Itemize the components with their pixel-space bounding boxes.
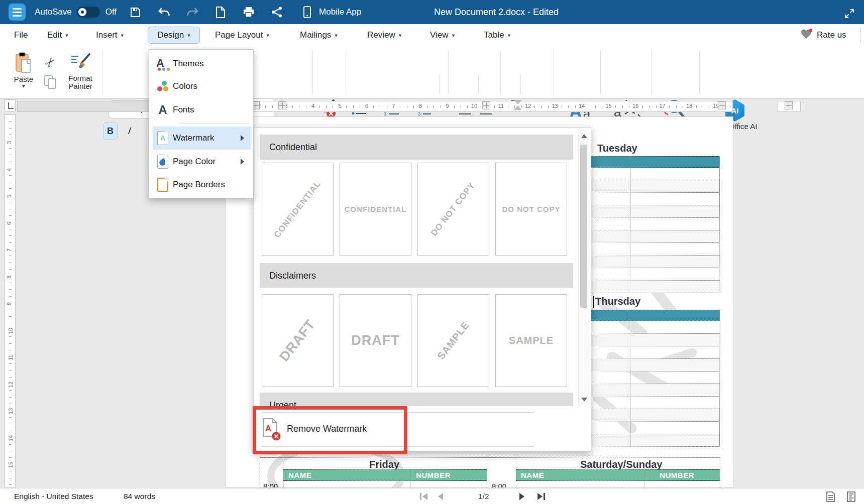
tab-stop-marker[interactable] [718,101,726,109]
menu-item-fonts[interactable]: A Fonts [153,99,251,121]
ruler-number: 10 [470,103,478,109]
watermark-tile-sample-horizontal[interactable]: SAMPLE [495,294,567,387]
tab-selector[interactable] [5,99,16,111]
tab-stop-marker[interactable] [482,101,490,109]
menu-insert[interactable]: Insert▾ [96,24,124,46]
share-icon[interactable] [269,5,284,20]
save-icon[interactable] [128,5,143,20]
table-gridline [487,457,487,488]
page-color-icon [153,155,173,169]
new-document-icon[interactable] [213,5,228,20]
copy-icon[interactable] [44,75,57,91]
day-heading-tuesday: Tuesday [597,143,637,154]
mobile-app-label[interactable]: Mobile App [319,7,361,17]
scroll-down-icon[interactable] [581,398,587,402]
gallery-section-header: Disclaimers [260,263,573,288]
annotation-highlight-box [253,406,407,454]
gallery-scrollbar[interactable] [578,130,589,406]
watermark-gallery-panel: Confidential CONFIDENTIAL CONFIDENTIAL D… [254,127,591,452]
divider [179,123,250,124]
fonts-icon: A [153,103,173,117]
submenu-arrow-icon [241,159,244,165]
horizontal-ruler: 12345678910111213141516171819 [17,101,733,112]
tab-stop-marker[interactable] [785,101,793,109]
watermark-tile-do-not-copy-diagonal[interactable]: DO NOT COPY [417,163,489,256]
print-icon[interactable] [241,5,256,20]
italic-button[interactable]: I [122,122,137,140]
menu-review[interactable]: Review▾ [367,24,401,46]
chevron-down-icon: ▾ [335,33,338,38]
divider [860,27,860,43]
menu-view[interactable]: View▾ [430,24,455,46]
rate-us-button[interactable]: Rate us [801,24,846,46]
tab-stop-marker[interactable] [278,101,286,109]
first-page-button[interactable] [420,493,427,500]
ruler-number: 5 [337,103,342,109]
next-page-button[interactable] [519,493,524,500]
page-view-icon[interactable] [826,491,835,504]
menu-item-page-borders[interactable]: Page Borders [153,174,251,196]
redo-icon[interactable] [185,5,200,20]
submenu-arrow-icon [241,135,244,141]
cut-icon[interactable]: ✂ [42,54,59,70]
scroll-up-icon[interactable] [581,134,587,138]
watermark-tile-do-not-copy-horizontal[interactable]: DO NOT COPY [495,163,567,256]
ruler-number: 13 [8,407,14,415]
chevron-down-icon: ▾ [266,33,269,38]
menu-item-themes[interactable]: A Themes [153,53,251,75]
watermark-tile-sample-diagonal[interactable]: SAMPLE [417,294,489,387]
watermark-tile-confidential-horizontal[interactable]: CONFIDENTIAL [340,163,411,256]
menu-page-layout[interactable]: Page Layout▾ [215,24,269,46]
paste-button[interactable]: Paste ▼ [12,52,35,89]
watermark-tile-draft-diagonal[interactable]: DRAFT [262,294,334,387]
menu-table[interactable]: Table▾ [484,24,510,46]
watermark-tile-draft-horizontal[interactable]: DRAFT [340,294,411,387]
menu-edit[interactable]: Edit▾ [47,24,68,46]
menu-design-active[interactable]: Design▾ [148,27,200,44]
last-page-button[interactable] [537,493,545,500]
undo-icon[interactable] [157,5,172,20]
previous-page-button[interactable] [438,493,443,500]
menu-item-watermark[interactable]: A Watermark [153,127,251,150]
design-dropdown-menu: A Themes Colors A Fonts A Watermark [149,49,254,198]
menubar: File Edit▾ Insert▾ Design▾ Page Layout▾ … [0,24,864,47]
ruler-number: 5 [6,194,12,199]
page-indicator: 1/2 [478,488,489,504]
language-indicator[interactable]: English - United States [14,488,93,504]
ruler-number: 15 [8,461,14,469]
web-view-icon[interactable] [847,491,855,504]
bold-button[interactable]: B [103,122,118,140]
chevron-down-icon: ▾ [121,33,124,38]
ruler-number: 4 [6,167,12,172]
gallery-section-header: Confidential [260,135,573,160]
watermark-tile-confidential-diagonal[interactable]: CONFIDENTIAL [262,163,334,256]
table-gridline [260,457,260,488]
scrollbar-thumb[interactable] [580,145,587,308]
paste-icon [15,52,32,73]
day-heading-thursday: Thursday [595,296,640,307]
menu-mailings[interactable]: Mailings▾ [300,24,338,46]
hamburger-menu-button[interactable] [9,4,26,21]
ruler-number: 7 [6,247,12,253]
ruler-number: 9 [6,301,12,306]
ruler-number: 17 [658,103,666,109]
fullscreen-icon[interactable] [842,6,857,21]
chevron-down-icon: ▾ [452,33,455,38]
table-gridline [283,457,284,488]
vertical-ruler: 345678910111213141516 [5,114,16,488]
chevron-down-icon: ▾ [65,33,68,38]
word-count[interactable]: 84 words [124,488,155,504]
indent-marker[interactable] [514,100,522,113]
document-title: New Document 2.docx - Edited [434,0,559,24]
mobile-phone-icon[interactable] [299,5,314,20]
ruler-number: 6 [6,220,12,225]
watermark-gallery-scroll-area: Confidential CONFIDENTIAL CONFIDENTIAL D… [254,128,578,407]
ruler-number: 12 [8,380,14,388]
ruler-number: 13 [551,103,559,109]
menu-item-colors[interactable]: Colors [153,75,251,97]
table-header-friday: NAME NUMBER [283,469,487,481]
menu-file[interactable]: File [14,24,28,46]
format-painter-button[interactable]: FormatPainter [64,53,96,90]
autosave-toggle[interactable] [77,7,100,18]
menu-item-page-color[interactable]: Page Color [153,151,251,173]
